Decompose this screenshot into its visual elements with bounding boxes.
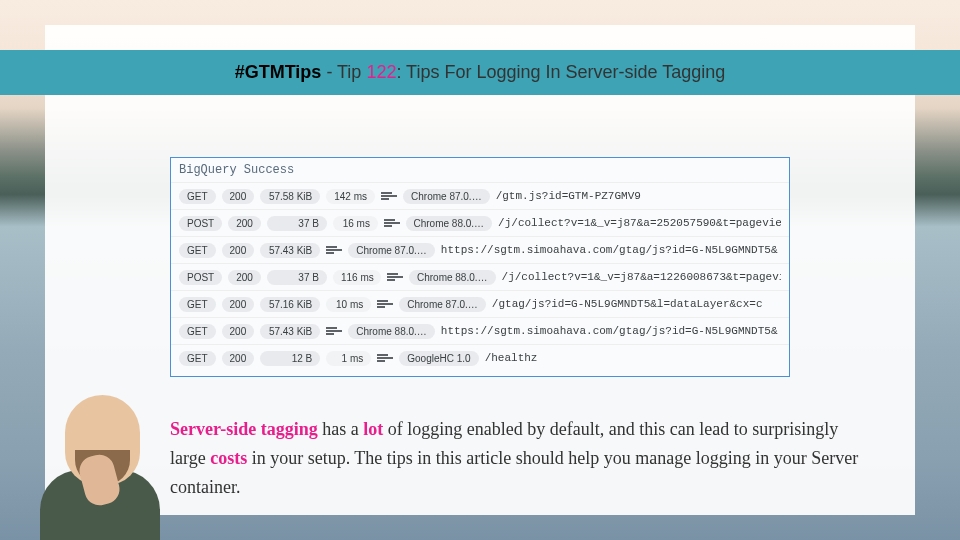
log-row[interactable]: GET20057.58 KiB142 msChrome 87.0.…/gtm.j…: [171, 182, 789, 209]
method-pill: GET: [179, 324, 216, 339]
time-pill: 142 ms: [326, 189, 375, 204]
size-pill: 37 B: [267, 216, 327, 231]
time-pill: 1 ms: [326, 351, 371, 366]
size-pill: 57.43 KiB: [260, 243, 320, 258]
waterfall-icon: [384, 218, 400, 228]
url-text: https://sgtm.simoahava.com/gtag/js?id=G-…: [441, 325, 778, 337]
time-pill: 10 ms: [326, 297, 371, 312]
agent-pill: Chrome 87.0.…: [348, 243, 435, 258]
agent-pill: Chrome 88.0.…: [406, 216, 493, 231]
status-pill: 200: [222, 324, 255, 339]
agent-pill: Chrome 88.0.…: [348, 324, 435, 339]
status-pill: 200: [228, 216, 261, 231]
size-pill: 57.58 KiB: [260, 189, 320, 204]
url-text: https://sgtm.simoahava.com/gtag/js?id=G-…: [441, 244, 778, 256]
size-pill: 57.16 KiB: [260, 297, 320, 312]
size-pill: 37 B: [267, 270, 327, 285]
log-row[interactable]: GET20057.16 KiB10 msChrome 87.0.…/gtag/j…: [171, 290, 789, 317]
method-pill: GET: [179, 189, 216, 204]
url-text: /gtag/js?id=G-N5L9GMNDT5&l=dataLayer&cx=…: [492, 298, 763, 310]
agent-pill: Chrome 87.0.…: [403, 189, 490, 204]
waterfall-icon: [326, 326, 342, 336]
log-row[interactable]: POST20037 B116 msChrome 88.0.…/j/collect…: [171, 263, 789, 290]
highlight-text: lot: [363, 419, 383, 439]
log-panel-title: BigQuery Success: [171, 158, 789, 182]
log-row[interactable]: POST20037 B16 msChrome 88.0.…/j/collect?…: [171, 209, 789, 236]
highlight-text: Server-side tagging: [170, 419, 318, 439]
method-pill: POST: [179, 270, 222, 285]
agent-pill: Chrome 87.0.…: [399, 297, 486, 312]
status-pill: 200: [222, 243, 255, 258]
agent-pill: Chrome 88.0.…: [409, 270, 496, 285]
method-pill: GET: [179, 297, 216, 312]
waterfall-icon: [377, 299, 393, 309]
waterfall-icon: [381, 191, 397, 201]
url-text: /healthz: [485, 352, 538, 364]
tip-number: 122: [366, 62, 396, 82]
waterfall-icon: [326, 245, 342, 255]
method-pill: GET: [179, 243, 216, 258]
url-text: /j/collect?v=1&_v=j87&a=252057590&t=page…: [498, 217, 781, 229]
agent-pill: GoogleHC 1.0: [399, 351, 478, 366]
size-pill: 12 B: [260, 351, 320, 366]
body-text: in your setup. The tips in this article …: [170, 448, 858, 497]
body-text: has a: [318, 419, 363, 439]
status-pill: 200: [222, 189, 255, 204]
url-text: /gtm.js?id=GTM-PZ7GMV9: [496, 190, 641, 202]
log-row[interactable]: GET20057.43 KiBChrome 87.0.…https://sgtm…: [171, 236, 789, 263]
status-pill: 200: [222, 351, 255, 366]
waterfall-icon: [387, 272, 403, 282]
size-pill: 57.43 KiB: [260, 324, 320, 339]
method-pill: POST: [179, 216, 222, 231]
header-hashtag: #GTMTips: [235, 62, 322, 82]
method-pill: GET: [179, 351, 216, 366]
time-pill: 116 ms: [333, 270, 381, 285]
waterfall-icon: [377, 353, 393, 363]
time-pill: 16 ms: [333, 216, 378, 231]
status-pill: 200: [222, 297, 255, 312]
url-text: /j/collect?v=1&_v=j87&a=1226008673&t=pag…: [502, 271, 781, 283]
description-text: Server-side tagging has a lot of logging…: [170, 415, 870, 501]
header-title: #GTMTips - Tip 122: Tips For Logging In …: [235, 62, 726, 83]
highlight-text: costs: [210, 448, 247, 468]
author-avatar: [30, 380, 170, 540]
log-row[interactable]: GET20057.43 KiBChrome 88.0.…https://sgtm…: [171, 317, 789, 344]
header-bar: #GTMTips - Tip 122: Tips For Logging In …: [0, 50, 960, 95]
status-pill: 200: [228, 270, 261, 285]
log-row[interactable]: GET20012 B1 msGoogleHC 1.0/healthz: [171, 344, 789, 371]
log-panel: BigQuery Success GET20057.58 KiB142 msCh…: [170, 157, 790, 377]
